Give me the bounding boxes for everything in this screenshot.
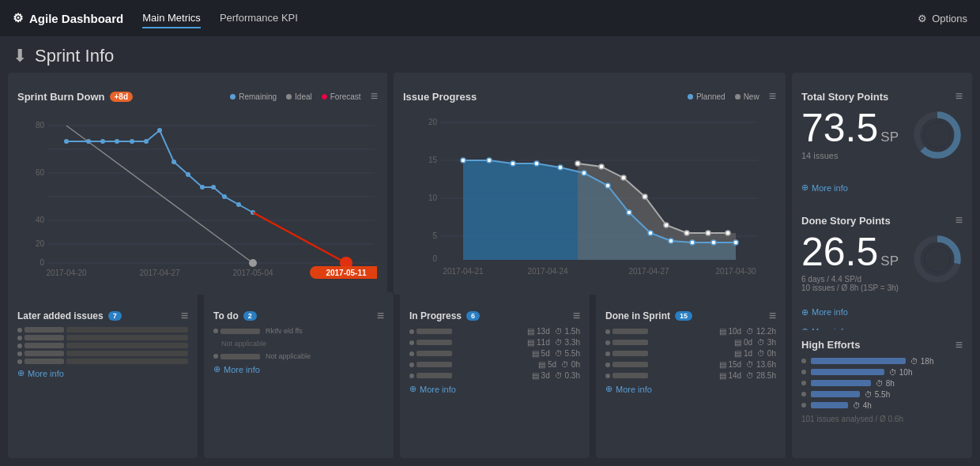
svg-point-220 bbox=[664, 223, 669, 227]
svg-point-226 bbox=[925, 122, 951, 148]
tsp-gauge bbox=[912, 110, 963, 160]
svg-point-223 bbox=[726, 231, 730, 235]
svg-point-203 bbox=[461, 158, 466, 163]
svg-point-177 bbox=[186, 172, 190, 177]
list-item bbox=[17, 359, 188, 364]
svg-text:5: 5 bbox=[432, 231, 437, 240]
svg-text:2017-04-21: 2017-04-21 bbox=[443, 267, 484, 276]
nav-main-metrics[interactable]: Main Metrics bbox=[142, 9, 201, 28]
svg-point-172 bbox=[115, 139, 119, 144]
list-item: ▤ 3d⏱ 0.3h bbox=[409, 371, 580, 380]
svg-point-179 bbox=[211, 185, 216, 190]
svg-point-169 bbox=[64, 139, 69, 144]
svg-point-229 bbox=[925, 246, 951, 272]
svg-text:2017-04-27: 2017-04-27 bbox=[628, 267, 669, 276]
dsp-gauge bbox=[912, 234, 963, 284]
svg-text:2017-04-24: 2017-04-24 bbox=[527, 267, 568, 276]
section-header: ⬇ Sprint Info bbox=[0, 36, 980, 73]
top-navigation: ⚙ Agile Dashboard Main Metrics Performan… bbox=[0, 0, 980, 36]
svg-point-181 bbox=[236, 202, 241, 207]
svg-point-204 bbox=[487, 158, 492, 163]
list-item: ▤ 1d⏱ 0h bbox=[605, 349, 776, 358]
list-item: ⏱ 8h bbox=[801, 379, 963, 388]
list-item: ▤ 5d⏱ 0h bbox=[409, 360, 580, 369]
svg-point-222 bbox=[706, 231, 710, 235]
svg-point-180 bbox=[222, 194, 227, 199]
svg-point-211 bbox=[648, 231, 653, 235]
list-item bbox=[17, 335, 188, 340]
nav-performance-kpi[interactable]: Performance KPI bbox=[220, 9, 298, 28]
svg-text:2017-05-04: 2017-05-04 bbox=[232, 269, 273, 277]
list-item: ⏱ 5.5h bbox=[801, 390, 963, 399]
svg-point-219 bbox=[643, 194, 647, 199]
list-item bbox=[17, 343, 188, 348]
svg-text:60: 60 bbox=[36, 168, 45, 177]
brand-title: Agile Dashboard bbox=[29, 12, 123, 25]
dsp-more[interactable]: ⊕ More info bbox=[801, 307, 848, 318]
svg-point-184 bbox=[249, 259, 257, 267]
list-item: Not applicable bbox=[213, 352, 384, 360]
list-item: ▤ 13d⏱ 1.5h bbox=[409, 327, 580, 336]
later-real: Later added issues 7 ≡ bbox=[8, 301, 198, 458]
ds-real: Done in Sprint 15 ≡ ▤ 10d⏱ 12.2h ▤ 0d⏱ 3… bbox=[596, 301, 786, 458]
svg-point-214 bbox=[711, 240, 716, 245]
list-item: ⏱ 18h bbox=[801, 357, 963, 366]
options-label: Options bbox=[932, 13, 967, 24]
svg-point-178 bbox=[200, 185, 205, 190]
brand-logo: ⚙ Agile Dashboard bbox=[13, 11, 123, 25]
svg-text:40: 40 bbox=[36, 216, 45, 224]
list-item: ▤ 0d⏱ 3h bbox=[605, 338, 776, 347]
section-title: Sprint Info bbox=[35, 46, 114, 66]
download-icon: ⬇ bbox=[13, 46, 27, 66]
list-item: ▤ 14d⏱ 28.5h bbox=[605, 371, 776, 380]
bd-menu[interactable]: ≡ bbox=[371, 89, 378, 103]
svg-line-168 bbox=[66, 126, 253, 263]
svg-point-209 bbox=[605, 183, 610, 188]
ip-real-bottom: In Progress 6 ≡ ▤ 13d⏱ 1.5h ▤ 11d⏱ 3.3h bbox=[400, 301, 590, 458]
burndown-real: Sprint Burn Down +8d Remaining Ideal For… bbox=[8, 81, 387, 295]
list-item: ▤ 5d⏱ 5.5h bbox=[409, 349, 580, 358]
tsp: Total Story Points ≡ 73.5 SP 14 issues bbox=[792, 81, 972, 199]
svg-text:0: 0 bbox=[40, 258, 44, 267]
svg-point-215 bbox=[733, 240, 738, 245]
ip-svg: 20 15 10 5 0 2017-04-21 2017-04-24 2017-… bbox=[403, 108, 776, 288]
svg-point-218 bbox=[621, 175, 626, 180]
svg-text:2017-04-27: 2017-04-27 bbox=[139, 269, 180, 277]
svg-point-213 bbox=[690, 240, 695, 245]
svg-point-217 bbox=[599, 164, 604, 169]
svg-point-206 bbox=[534, 161, 539, 166]
list-item: RkIfv eld ffs bbox=[213, 327, 384, 335]
svg-text:15: 15 bbox=[428, 156, 438, 164]
later-real-more[interactable]: ⊕ More info bbox=[17, 368, 188, 378]
options-gear-icon: ⚙ bbox=[918, 13, 927, 24]
he-list: ⏱ 18h ⏱ 10h ⏱ 8h ⏱ 5.5h bbox=[801, 357, 963, 410]
ip-real: Issue Progress Planned New ≡ 20 15 10 5 … bbox=[394, 81, 786, 295]
todo-real-more[interactable]: ⊕ More info bbox=[213, 364, 384, 374]
svg-point-208 bbox=[582, 171, 586, 175]
list-item bbox=[17, 351, 188, 356]
bd-svg: 80 60 40 20 0 2017-04-20 2017-04-27 2017… bbox=[17, 108, 377, 288]
svg-text:20: 20 bbox=[428, 118, 438, 126]
ip-more[interactable]: ⊕ More info bbox=[409, 384, 580, 394]
gear-icon: ⚙ bbox=[13, 11, 23, 25]
svg-point-175 bbox=[157, 128, 162, 133]
he-footer: 101 issues analysed / Ø 0.6h bbox=[801, 415, 963, 423]
svg-text:20: 20 bbox=[36, 239, 45, 248]
svg-text:0: 0 bbox=[432, 254, 437, 263]
list-item: ⏱ 10h bbox=[801, 368, 963, 377]
svg-point-170 bbox=[86, 139, 91, 144]
svg-text:2017-04-30: 2017-04-30 bbox=[715, 267, 756, 276]
svg-point-212 bbox=[669, 239, 673, 243]
svg-text:80: 80 bbox=[36, 121, 45, 130]
options-button[interactable]: ⚙ Options bbox=[918, 13, 967, 24]
dsp: Done Story Points ≡ 26.5 SP 6 days / 4.4… bbox=[792, 205, 972, 323]
svg-text:2017-04-20: 2017-04-20 bbox=[46, 269, 87, 277]
svg-point-176 bbox=[172, 160, 176, 164]
svg-point-174 bbox=[144, 139, 149, 144]
list-item bbox=[17, 327, 188, 333]
dashboard: Sprint Burn Down +8d Remaining Ideal For… bbox=[8, 81, 972, 458]
tsp-more[interactable]: ⊕ More info bbox=[801, 182, 848, 193]
todo-real: To do 2 ≡ RkIfv eld ffs Not applicable N… bbox=[204, 301, 394, 458]
ds-more[interactable]: ⊕ More info bbox=[605, 384, 776, 394]
svg-point-216 bbox=[575, 161, 580, 166]
